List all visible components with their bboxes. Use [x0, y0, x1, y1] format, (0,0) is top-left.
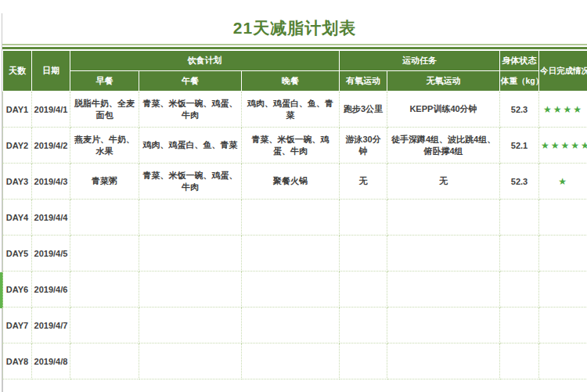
- cell-date[interactable]: 2019/4/8: [32, 343, 70, 379]
- header-anaerobic[interactable]: 无氧运动: [387, 71, 500, 92]
- cell-lunch[interactable]: [139, 200, 242, 236]
- header-lunch[interactable]: 午餐: [139, 71, 242, 92]
- header-weight[interactable]: 体重（kg）: [500, 71, 539, 92]
- header-date[interactable]: 日期: [32, 51, 70, 92]
- header-dinner[interactable]: 晚餐: [242, 71, 340, 92]
- table-row: DAY2 2019/4/2 燕麦片、牛奶、水果 鸡肉、鸡蛋白、鱼、青菜 青菜、米…: [3, 128, 587, 164]
- cell-weight[interactable]: [500, 272, 539, 307]
- cell-anaerobic[interactable]: [387, 307, 500, 343]
- cell-dinner[interactable]: [242, 200, 340, 236]
- cell-lunch[interactable]: [139, 236, 242, 272]
- cell-aerobic[interactable]: [340, 272, 387, 307]
- table-row: DAY8 2019/4/8: [3, 343, 587, 379]
- cell-breakfast[interactable]: 青菜粥: [70, 164, 139, 200]
- cell-completion-stars[interactable]: [539, 200, 587, 236]
- cell-completion-stars[interactable]: [539, 272, 587, 307]
- cell-aerobic[interactable]: 游泳30分钟: [340, 128, 387, 164]
- cell-aerobic[interactable]: [340, 343, 387, 379]
- cell-date[interactable]: 2019/4/6: [32, 272, 70, 307]
- cell-aerobic[interactable]: [340, 200, 387, 236]
- cell-completion-stars[interactable]: ★★★★★: [539, 128, 587, 164]
- cell-breakfast[interactable]: [70, 272, 139, 307]
- table-row: DAY1 2019/4/1 脱脂牛奶、全麦面包 青菜、米饭一碗、鸡蛋、牛肉 鸡肉…: [3, 92, 587, 128]
- cell-weight[interactable]: [500, 307, 539, 343]
- cell-weight[interactable]: [500, 236, 539, 272]
- cell-dinner[interactable]: [242, 236, 340, 272]
- cell-lunch[interactable]: 青菜、米饭一碗、鸡蛋、牛肉: [139, 164, 242, 200]
- header-days[interactable]: 天数: [3, 51, 32, 92]
- cell-weight[interactable]: [500, 343, 539, 379]
- cell-weight[interactable]: 52.3: [500, 92, 539, 128]
- cell-completion-stars[interactable]: [539, 343, 587, 379]
- page-title: 21天减脂计划表: [233, 17, 356, 44]
- cell-breakfast[interactable]: [70, 307, 139, 343]
- cell-completion-stars[interactable]: ★★★★: [539, 92, 587, 128]
- cell-weight[interactable]: [500, 200, 539, 236]
- cell-anaerobic[interactable]: 无: [387, 164, 500, 200]
- cell-breakfast[interactable]: 脱脂牛奶、全麦面包: [70, 92, 139, 128]
- cell-dinner[interactable]: 青菜、米饭一碗、鸡蛋、牛肉: [242, 128, 340, 164]
- header-exercise-task[interactable]: 运动任务: [340, 51, 500, 71]
- cell-aerobic[interactable]: 跑步3公里: [340, 92, 387, 128]
- header-diet-plan[interactable]: 饮食计划: [70, 51, 340, 71]
- cell-date[interactable]: 2019/4/3: [32, 164, 70, 200]
- header-breakfast[interactable]: 早餐: [70, 71, 139, 92]
- table-row: DAY6 2019/4/6: [3, 272, 587, 307]
- cell-breakfast[interactable]: [70, 236, 139, 272]
- plan-table-header: 天数 日期 饮食计划 运动任务 身体状态 今日完成情况 早餐 午餐 晚餐 有氧运…: [3, 51, 587, 92]
- cell-dinner[interactable]: [242, 307, 340, 343]
- cell-anaerobic[interactable]: [387, 272, 500, 307]
- cell-day[interactable]: DAY2: [3, 128, 32, 164]
- cell-date[interactable]: 2019/4/5: [32, 236, 70, 272]
- cell-day[interactable]: DAY1: [3, 92, 32, 128]
- cell-lunch[interactable]: 鸡肉、鸡蛋白、鱼、青菜: [139, 128, 242, 164]
- cell-lunch[interactable]: 青菜、米饭一碗、鸡蛋、牛肉: [139, 92, 242, 128]
- cell-dinner[interactable]: 鸡肉、鸡蛋白、鱼、青菜: [242, 92, 340, 128]
- cell-weight[interactable]: 52.1: [500, 128, 539, 164]
- cell-dinner[interactable]: 聚餐火锅: [242, 164, 340, 200]
- cell-breakfast[interactable]: [70, 200, 139, 236]
- cell-breakfast[interactable]: [70, 343, 139, 379]
- cell-aerobic[interactable]: 无: [340, 164, 387, 200]
- cell-completion-stars[interactable]: [539, 307, 587, 343]
- cell-breakfast[interactable]: 燕麦片、牛奶、水果: [70, 128, 139, 164]
- plan-table-body: DAY1 2019/4/1 脱脂牛奶、全麦面包 青菜、米饭一碗、鸡蛋、牛肉 鸡肉…: [3, 92, 587, 379]
- cell-date[interactable]: 2019/4/4: [32, 200, 70, 236]
- cell-completion-stars[interactable]: ★: [539, 164, 587, 200]
- cell-date[interactable]: 2019/4/1: [32, 92, 70, 128]
- header-aerobic[interactable]: 有氧运动: [340, 71, 387, 92]
- cell-date[interactable]: 2019/4/2: [32, 128, 70, 164]
- cell-day[interactable]: DAY5: [3, 236, 32, 272]
- spreadsheet-page: 21天减脂计划表 天数 日期 饮食计划 运动任务 身体状态 今日完成情况: [0, 0, 587, 392]
- plan-table: 天数 日期 饮食计划 运动任务 身体状态 今日完成情况 早餐 午餐 晚餐 有氧运…: [2, 50, 587, 379]
- cell-anaerobic[interactable]: [387, 236, 500, 272]
- cell-date[interactable]: 2019/4/7: [32, 307, 70, 343]
- cell-aerobic[interactable]: [340, 307, 387, 343]
- cell-anaerobic[interactable]: [387, 343, 500, 379]
- cell-day[interactable]: DAY7: [3, 307, 32, 343]
- table-row: DAY3 2019/4/3 青菜粥 青菜、米饭一碗、鸡蛋、牛肉 聚餐火锅 无 无…: [3, 164, 587, 200]
- cell-lunch[interactable]: [139, 272, 242, 307]
- title-area: 21天减脂计划表: [2, 0, 587, 44]
- cell-weight[interactable]: 52.3: [500, 164, 539, 200]
- cell-completion-stars[interactable]: [539, 236, 587, 272]
- cell-anaerobic[interactable]: 徒手深蹲4组、波比跳4组、俯卧撑4组: [387, 128, 500, 164]
- cell-day[interactable]: DAY4: [3, 200, 32, 236]
- cell-dinner[interactable]: [242, 272, 340, 307]
- table-row: DAY5 2019/4/5: [3, 236, 587, 272]
- title-divider: [2, 44, 587, 50]
- cell-day[interactable]: DAY8: [3, 343, 32, 379]
- cell-aerobic[interactable]: [340, 236, 387, 272]
- cell-anaerobic[interactable]: [387, 200, 500, 236]
- cell-dinner[interactable]: [242, 343, 340, 379]
- cell-day[interactable]: DAY3: [3, 164, 32, 200]
- cell-lunch[interactable]: [139, 307, 242, 343]
- cell-lunch[interactable]: [139, 343, 242, 379]
- table-row: DAY7 2019/4/7: [3, 307, 587, 343]
- cell-day[interactable]: DAY6: [3, 272, 32, 307]
- table-row: DAY4 2019/4/4: [3, 200, 587, 236]
- header-completion[interactable]: 今日完成情况: [539, 51, 587, 92]
- cell-anaerobic[interactable]: KEPP训练40分钟: [387, 92, 500, 128]
- header-body-status[interactable]: 身体状态: [500, 51, 539, 71]
